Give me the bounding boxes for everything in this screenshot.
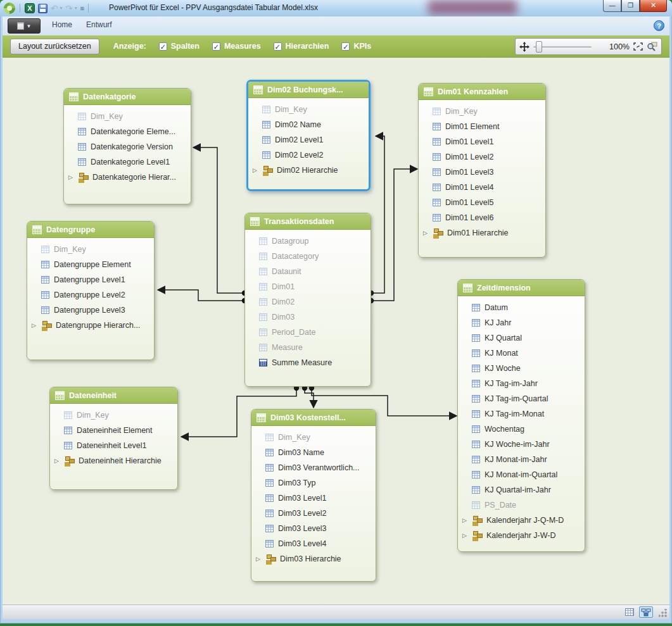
column-row[interactable]: Dim01 Level2 <box>419 149 545 165</box>
table-header[interactable]: Zeitdimension <box>458 280 585 296</box>
column-row[interactable]: Dim03 Name <box>251 445 376 460</box>
column-row[interactable]: Dim02 Level1 <box>248 132 369 147</box>
column-row[interactable]: Dim_Key <box>251 430 376 445</box>
measure-row[interactable]: Summe Measure <box>245 355 371 370</box>
column-row[interactable]: KJ Tag-im-Jahr <box>458 376 585 391</box>
column-row[interactable]: KJ Monat <box>458 346 585 361</box>
checkbox-kpis[interactable]: ✓ KPIs <box>341 42 371 51</box>
diagram-canvas[interactable]: DatenkatgorieDim_KeyDatenkategorie Eleme… <box>3 58 669 604</box>
column-row[interactable]: Datum <box>458 300 585 315</box>
expand-icon[interactable]: ▷ <box>423 230 428 236</box>
table-card-dateneinheit[interactable]: DateneinheitDim_KeyDateneinheit ElementD… <box>49 387 178 490</box>
minimize-button[interactable]: — <box>603 0 621 12</box>
checkbox-checked-icon[interactable]: ✓ <box>212 42 220 51</box>
table-card-transaktionsdaten[interactable]: TransaktionsdatenDatagroupDatacategoryDa… <box>244 213 371 387</box>
table-card-datengruppe[interactable]: DatengruppeDim_KeyDatengruppe ElementDat… <box>27 221 155 360</box>
hierarchy-row[interactable]: ▷Kalenderjahr J-W-D <box>458 528 585 543</box>
column-row[interactable]: Dataunit <box>245 264 371 279</box>
expand-icon[interactable]: ▷ <box>68 174 73 180</box>
table-header[interactable]: Dim03 Kostenstell... <box>251 410 376 426</box>
tab-home[interactable]: Home <box>52 20 72 29</box>
relationship-line[interactable] <box>371 136 384 293</box>
zoom-slider[interactable] <box>533 41 592 53</box>
redo-dropdown-icon[interactable]: ▾ <box>75 6 77 11</box>
expand-icon[interactable]: ▷ <box>32 322 37 329</box>
column-row[interactable]: KJ Quartal <box>458 330 585 346</box>
help-icon[interactable]: ? <box>654 20 664 31</box>
resize-grip[interactable] <box>659 609 667 617</box>
column-row[interactable]: PS_Date <box>458 498 585 513</box>
undo-icon[interactable]: ↶ <box>51 3 58 13</box>
hierarchy-row[interactable]: ▷Dim03 Hierarchie <box>251 551 376 567</box>
column-row[interactable]: Datengruppe Level1 <box>27 272 154 287</box>
hierarchy-row[interactable]: ▷Kalenderjahr J-Q-M-D <box>458 513 585 528</box>
hierarchy-row[interactable]: ▷Dim02 Hierarchie <box>248 163 369 178</box>
column-row[interactable]: Dim_Key <box>419 104 545 119</box>
reset-layout-button[interactable]: Layout zurücksetzen <box>10 39 99 54</box>
column-row[interactable]: Dim01 Level3 <box>419 165 545 180</box>
column-row[interactable]: Dim03 Level2 <box>251 506 376 521</box>
expand-icon[interactable]: ▷ <box>462 517 467 523</box>
hierarchy-row[interactable]: ▷Dim01 Hierarchie <box>419 225 545 241</box>
file-menu-button[interactable]: ▼ <box>8 18 41 34</box>
save-icon[interactable] <box>38 4 48 13</box>
column-row[interactable]: Measure <box>245 340 371 355</box>
column-row[interactable]: Dim02 Name <box>248 117 369 132</box>
redo-icon[interactable]: ↷ <box>65 3 73 13</box>
relationship-line[interactable] <box>305 388 314 408</box>
table-header[interactable]: Dateneinheit <box>50 387 177 404</box>
column-row[interactable]: Dim03 <box>245 310 371 325</box>
relationship-line[interactable] <box>371 169 417 301</box>
column-row[interactable]: Dim_Key <box>27 242 154 257</box>
table-header[interactable]: Dim01 Kennzahlen <box>419 84 545 100</box>
column-row[interactable]: KJ Quartal-im-Jahr <box>458 482 585 498</box>
column-row[interactable]: Dim01 Level5 <box>419 195 545 210</box>
table-header[interactable]: Datengruppe <box>27 222 154 238</box>
fit-to-screen-icon[interactable] <box>633 42 643 51</box>
column-row[interactable]: KJ Woche-im-Jahr <box>458 437 585 452</box>
column-row[interactable]: Datengruppe Element <box>27 257 154 272</box>
column-row[interactable]: KJ Tag-im-Monat <box>458 406 585 422</box>
column-row[interactable]: Dim02 <box>245 294 371 310</box>
column-row[interactable]: Wochentag <box>458 422 585 437</box>
hierarchy-row[interactable]: ▷Datenkategorie Hierar... <box>64 170 191 185</box>
data-view-button[interactable] <box>623 606 637 618</box>
checkbox-checked-icon[interactable]: ✓ <box>341 42 350 51</box>
column-row[interactable]: Dim01 Level1 <box>419 134 545 149</box>
column-row[interactable]: Dim01 Element <box>419 119 545 134</box>
original-size-icon[interactable] <box>647 42 657 51</box>
expand-icon[interactable]: ▷ <box>256 556 261 562</box>
expand-icon[interactable]: ▷ <box>253 167 258 173</box>
column-row[interactable]: Dim_Key <box>64 109 191 124</box>
hierarchy-row[interactable]: ▷Datengruppe Hierarch... <box>27 318 154 333</box>
column-row[interactable]: Datengruppe Level2 <box>27 287 154 303</box>
column-row[interactable]: Datagroup <box>245 234 371 249</box>
expand-icon[interactable]: ▷ <box>462 532 467 539</box>
column-row[interactable]: Dim02 Level2 <box>248 147 369 163</box>
column-row[interactable]: Dim_Key <box>248 102 369 117</box>
checkbox-checked-icon[interactable]: ✓ <box>274 42 282 51</box>
column-row[interactable]: Dim_Key <box>50 408 177 423</box>
table-card-datenkatgorie[interactable]: DatenkatgorieDim_KeyDatenkategorie Eleme… <box>63 88 191 204</box>
pan-icon[interactable] <box>519 42 529 52</box>
column-row[interactable]: KJ Woche <box>458 361 585 376</box>
table-card-zeitdimension[interactable]: ZeitdimensionDatumKJ JahrKJ QuartalKJ Mo… <box>457 279 585 552</box>
column-row[interactable]: Dim01 Level4 <box>419 180 545 195</box>
column-row[interactable]: KJ Monat-im-Jahr <box>458 452 585 467</box>
column-row[interactable]: Dim01 <box>245 279 371 294</box>
column-row[interactable]: Dim03 Verantwortlich... <box>251 460 376 475</box>
zoom-slider-thumb[interactable] <box>536 41 542 53</box>
column-row[interactable]: Datenkategorie Version <box>64 139 191 154</box>
checkbox-hierarchien[interactable]: ✓ Hierarchien <box>274 42 329 51</box>
table-header[interactable]: Dim02 Buchungsk... <box>248 82 369 98</box>
column-row[interactable]: Datenkategorie Level1 <box>64 154 191 170</box>
hierarchy-row[interactable]: ▷Dateneinheit Hierarchie <box>50 453 177 468</box>
table-card-dim02[interactable]: Dim02 Buchungsk...Dim_KeyDim02 NameDim02… <box>246 80 371 191</box>
diagram-view-button[interactable] <box>639 606 653 618</box>
powerpivot-app-icon[interactable] <box>4 3 15 14</box>
column-row[interactable]: KJ Monat-im-Quartal <box>458 467 585 482</box>
column-row[interactable]: KJ Tag-im-Quartal <box>458 391 585 406</box>
column-row[interactable]: Dim03 Level1 <box>251 491 376 506</box>
checkbox-measures[interactable]: ✓ Measures <box>212 42 261 51</box>
column-row[interactable]: KJ Jahr <box>458 315 585 330</box>
